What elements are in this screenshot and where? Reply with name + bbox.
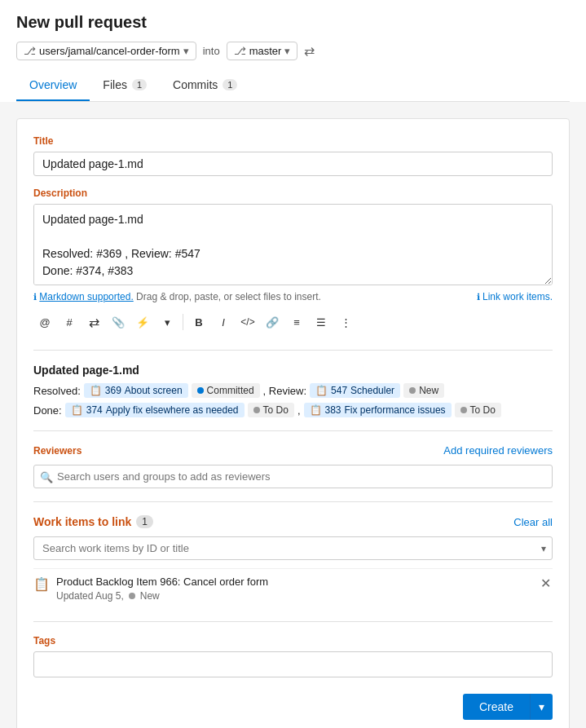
swap-icon[interactable]: ⇄ <box>304 43 315 59</box>
reviewers-header: Reviewers Add required reviewers <box>33 444 553 457</box>
toolbar-tag[interactable]: # <box>58 311 81 333</box>
work-items-search-input[interactable] <box>33 536 553 560</box>
tab-overview[interactable]: Overview <box>16 70 90 101</box>
item-369-title: About screen <box>125 385 183 396</box>
done-row: Done: 📋 374 Apply fix elsewhere as neede… <box>33 403 553 417</box>
toolbar-link[interactable]: 🔗 <box>261 311 284 333</box>
title-input[interactable] <box>33 152 553 176</box>
source-branch-selector[interactable]: ⎇ users/jamal/cancel-order-form ▾ <box>16 42 196 60</box>
info-icon: ℹ <box>33 292 37 302</box>
page-header: New pull request ⎇ users/jamal/cancel-or… <box>0 0 586 102</box>
into-text: into <box>203 45 220 57</box>
tab-commits-label: Commits <box>173 78 218 91</box>
resolved-label: Resolved: <box>33 385 81 397</box>
item-369-id: 369 <box>105 385 121 396</box>
toolbar-mention[interactable]: @ <box>33 311 56 333</box>
item-374-icon: 📋 <box>71 404 83 416</box>
description-label: Description <box>33 188 553 199</box>
tab-overview-label: Overview <box>29 78 77 91</box>
status-committed: Committed <box>192 383 260 398</box>
work-item-chip-547[interactable]: 📋 547 Scheduler <box>310 383 400 398</box>
toolbar-more[interactable]: ⋮ <box>334 311 357 333</box>
work-items-label-text: Work items to link <box>33 515 131 528</box>
tab-commits[interactable]: Commits 1 <box>160 70 250 101</box>
branch-source-icon: ⎇ <box>24 45 36 57</box>
linked-item-status: New <box>140 590 160 602</box>
committed-label: Committed <box>207 385 254 396</box>
work-item-chip-383[interactable]: 📋 383 Fix performance issues <box>304 403 452 417</box>
todo-374-label: To Do <box>263 404 289 416</box>
resolved-row: Resolved: 📋 369 About screen Committed ,… <box>33 383 553 398</box>
toolbar-emoji[interactable]: ⚡ <box>131 311 154 333</box>
branch-target-icon: ⎇ <box>234 45 246 57</box>
remove-work-item-button[interactable]: ✕ <box>539 576 553 592</box>
work-items-section: Work items to link 1 Clear all ▾ 📋 Produ… <box>33 515 553 608</box>
item-374-id: 374 <box>86 404 103 416</box>
main-content: Title Description Updated page-1.md Reso… <box>0 102 586 728</box>
toolbar-italic[interactable]: I <box>212 311 235 333</box>
todo-374-dot <box>253 407 260 413</box>
divider-2 <box>33 430 553 431</box>
target-branch-selector[interactable]: ⎇ master ▾ <box>227 42 298 60</box>
work-item-chip-374[interactable]: 📋 374 Apply fix elsewhere as needed <box>65 403 245 417</box>
todo-383-label: To Do <box>470 404 496 416</box>
reviewers-label: Reviewers <box>33 445 82 457</box>
tab-bar: Overview Files 1 Commits 1 <box>16 70 570 102</box>
link-work-items-area: ℹ Link work items. <box>477 291 553 302</box>
toolbar-pr[interactable]: ⇄ <box>82 311 105 333</box>
page-title: New pull request <box>16 13 570 32</box>
divider-4 <box>33 621 553 622</box>
markdown-link[interactable]: Markdown supported. <box>39 291 133 302</box>
work-items-search-wrapper: ▾ <box>33 536 553 560</box>
work-item-chip-369[interactable]: 📋 369 About screen <box>84 383 188 398</box>
source-branch-chevron: ▾ <box>183 45 189 57</box>
toolbar-bold[interactable]: B <box>187 311 210 333</box>
source-branch-label: users/jamal/cancel-order-form <box>39 45 180 57</box>
work-items-dropdown-arrow: ▾ <box>541 543 546 554</box>
clear-all-link[interactable]: Clear all <box>513 516 553 528</box>
tab-files[interactable]: Files 1 <box>90 70 160 101</box>
item-383-title: Fix performance issues <box>345 404 446 416</box>
create-dropdown-button[interactable]: ▾ <box>530 694 553 720</box>
toolbar-emoji-dropdown[interactable]: ▾ <box>156 311 178 333</box>
reviewers-search-wrapper: 🔍 <box>33 465 553 488</box>
tab-commits-badge: 1 <box>223 79 237 90</box>
add-required-reviewers-link[interactable]: Add required reviewers <box>443 444 553 457</box>
editor-toolbar: @ # ⇄ 📎 ⚡ ▾ B I </> 🔗 ≡ ☰ ⋮ <box>33 307 553 337</box>
title-label: Title <box>33 135 553 147</box>
review-label: , Review: <box>263 385 306 397</box>
title-section: Title <box>33 135 553 176</box>
linked-work-item-row: 📋 Product Backlog Item 966: Cancel order… <box>33 568 553 608</box>
item-374-title: Apply fix elsewhere as needed <box>106 404 239 416</box>
branch-row: ⎇ users/jamal/cancel-order-form ▾ into ⎇… <box>16 42 570 60</box>
done-label: Done: <box>33 404 62 417</box>
toolbar-unordered-list[interactable]: ☰ <box>310 311 333 333</box>
description-textarea[interactable]: Updated page-1.md Resolved: #369 , Revie… <box>33 204 553 285</box>
todo-383-dot <box>460 407 467 413</box>
item-383-id: 383 <box>325 404 341 416</box>
tags-input[interactable] <box>33 651 553 677</box>
preview-title: Updated page-1.md <box>33 364 553 377</box>
status-todo-374: To Do <box>248 403 294 417</box>
tags-label: Tags <box>33 635 553 646</box>
new-547-label: New <box>419 385 438 396</box>
target-branch-label: master <box>249 45 282 57</box>
reviewers-search-input[interactable] <box>33 465 553 488</box>
new-547-dot <box>409 387 416 394</box>
toolbar-ordered-list[interactable]: ≡ <box>285 311 308 333</box>
linked-item-meta: Updated Aug 5, New <box>56 590 268 602</box>
linked-item-title: Product Backlog Item 966: Cancel order f… <box>56 576 268 588</box>
toolbar-attach[interactable]: 📎 <box>107 311 130 333</box>
markdown-note: ℹ Markdown supported. Drag & drop, paste… <box>33 291 321 302</box>
work-item-details: Product Backlog Item 966: Cancel order f… <box>56 576 268 602</box>
work-items-count: 1 <box>136 515 153 528</box>
link-work-items-link[interactable]: Link work items. <box>482 291 553 302</box>
work-items-label-area: Work items to link 1 <box>33 515 153 528</box>
create-button[interactable]: Create <box>463 694 530 720</box>
tab-files-badge: 1 <box>132 79 147 90</box>
drag-drop-text: Drag & drop, paste, or select files to i… <box>136 291 321 302</box>
toolbar-divider-1 <box>183 314 183 330</box>
toolbar-code[interactable]: </> <box>236 311 259 333</box>
comma-separator: , <box>297 404 301 417</box>
form-card: Title Description Updated page-1.md Reso… <box>16 118 570 728</box>
